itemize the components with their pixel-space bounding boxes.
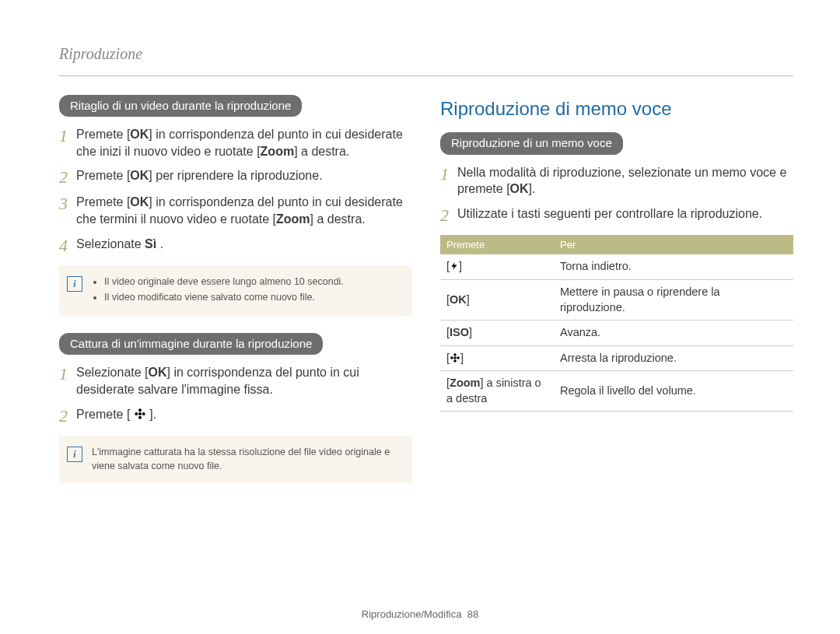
table-row: [Zoom] a sinistra o a destra Regola il l… — [440, 371, 793, 412]
iso-icon: ISO — [450, 326, 469, 338]
text: ]. — [529, 182, 536, 195]
ok-icon: OK — [130, 128, 149, 141]
svg-point-5 — [453, 356, 457, 359]
svg-point-9 — [457, 356, 460, 359]
note-trim: i Il video originale deve essere lungo a… — [59, 265, 412, 317]
list-item: Selezionate [OK] in corrispondenza del p… — [59, 364, 412, 398]
text: Premete [ — [76, 169, 130, 182]
flower-icon — [130, 408, 149, 421]
page-footer: Riproduzione/Modifica 88 — [0, 608, 840, 622]
divider — [59, 75, 793, 76]
svg-point-0 — [138, 412, 142, 415]
table-row: [] Arresta la riproduzione. — [440, 345, 793, 371]
text: Selezionate — [76, 237, 145, 250]
left-column: Ritaglio di un video durante la riproduz… — [59, 95, 412, 500]
text: Selezionate [ — [76, 366, 149, 379]
svg-point-1 — [138, 408, 142, 412]
footer-page: 88 — [467, 608, 478, 620]
steps-memo: Nella modalità di riproduzione, selezion… — [440, 164, 793, 224]
ok-icon: OK — [510, 182, 529, 195]
list-item: Premete [OK] in corrispondenza del punto… — [59, 194, 412, 227]
table-row: [OK] Mettere in pausa o riprendere la ri… — [440, 279, 793, 320]
text: Sì — [145, 237, 156, 250]
desc: Torna indietro. — [554, 254, 793, 279]
ok-icon: OK — [450, 293, 467, 306]
key-zoom: [Zoom] a sinistra o a destra — [440, 371, 554, 412]
svg-point-3 — [135, 412, 138, 415]
svg-point-7 — [453, 359, 457, 363]
pill-play-memo: Riproduzione di un memo voce — [440, 132, 623, 154]
pill-capture-image: Cattura di un'immagine durante la riprod… — [59, 333, 323, 355]
text: Nella modalità di riproduzione, selezion… — [457, 166, 786, 196]
list-item: Utilizzate i tasti seguenti per controll… — [440, 205, 793, 224]
text: ] a destra. — [310, 212, 366, 226]
text: Premete [ — [76, 128, 130, 141]
pill-trim-video: Ritaglio di un video durante la riproduz… — [59, 95, 302, 117]
th-premete: Premete — [440, 235, 554, 255]
key-iso: [ISO] — [440, 321, 554, 346]
text: Utilizzate i tasti seguenti per controll… — [457, 207, 762, 220]
right-column: Riproduzione di memo voce Riproduzione d… — [440, 95, 793, 500]
svg-point-8 — [450, 356, 453, 359]
text: Premete [ — [76, 195, 130, 208]
svg-point-6 — [453, 353, 457, 356]
text: Zoom — [261, 145, 295, 158]
desc: Arresta la riproduzione. — [554, 345, 793, 371]
list-item: Premete [OK] in corrispondenza del punto… — [59, 126, 412, 159]
section-title: Riproduzione di memo voce — [440, 96, 793, 121]
desc: Avanza. — [554, 321, 793, 346]
controls-table: Premete Per [] Torna indietro. [OK] Mett… — [440, 235, 793, 412]
ok-icon: OK — [130, 169, 149, 182]
chapter-head: Riproduzione — [59, 44, 793, 65]
text: ]. — [149, 408, 156, 421]
note-text: L'immagine catturata ha la stessa risolu… — [92, 445, 401, 475]
text: . — [156, 237, 163, 250]
svg-point-4 — [142, 412, 145, 415]
note-item: Il video modificato viene salvato come n… — [104, 290, 344, 305]
svg-point-2 — [138, 415, 142, 419]
table-row: [] Torna indietro. — [440, 254, 793, 279]
ok-icon: OK — [149, 366, 167, 379]
steps-trim: Premete [OK] in corrispondenza del punto… — [59, 126, 412, 254]
key-ok: [OK] — [440, 279, 554, 320]
footer-label: Riproduzione/Modifica — [362, 608, 462, 620]
steps-capture: Selezionate [OK] in corrispondenza del p… — [59, 364, 412, 424]
key-flash: [] — [440, 254, 554, 279]
desc: Mettere in pausa o riprendere la riprodu… — [554, 279, 793, 320]
ok-icon: OK — [130, 195, 149, 208]
text: ] per riprendere la riproduzione. — [149, 169, 322, 182]
info-icon: i — [67, 447, 82, 462]
list-item: Nella modalità di riproduzione, selezion… — [440, 164, 793, 198]
table-row: [ISO] Avanza. — [440, 321, 793, 346]
text: Premete [ — [76, 408, 130, 421]
text: Zoom — [276, 212, 310, 226]
list-item: Premete [ ]. — [59, 406, 412, 425]
th-per: Per — [554, 235, 793, 255]
list-item: Selezionate Sì . — [59, 236, 412, 254]
desc: Regola il livello del volume. — [554, 371, 793, 412]
list-item: Premete [OK] per riprendere la riproduzi… — [59, 167, 412, 186]
note-capture: i L'immagine catturata ha la stessa riso… — [59, 436, 412, 484]
note-item: Il video originale deve essere lungo alm… — [104, 275, 344, 289]
key-flower: [] — [440, 345, 554, 371]
text: ] a destra. — [294, 145, 349, 158]
info-icon: i — [67, 276, 82, 292]
